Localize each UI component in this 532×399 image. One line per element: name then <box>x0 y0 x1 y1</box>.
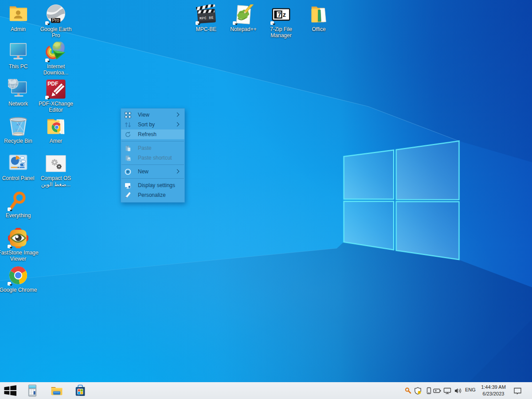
svg-text:PDF: PDF <box>47 81 58 87</box>
svg-text:7: 7 <box>278 11 281 18</box>
svg-text:Pro: Pro <box>52 17 59 23</box>
svg-text:z: z <box>283 11 286 18</box>
